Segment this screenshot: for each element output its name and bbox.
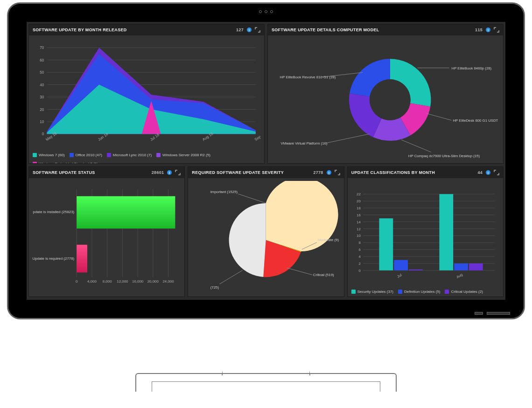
info-icon[interactable]: i bbox=[246, 27, 252, 33]
y-tick: 40 bbox=[40, 83, 44, 87]
legend: Windows 7 (60) Office 2010 (47) Microsof… bbox=[29, 151, 264, 164]
slice-label: VMware Virtual Platform (16) bbox=[281, 141, 328, 145]
panel-updates-by-month: SOFTWARE UPDATE BY MONTH RELEASED 127 i bbox=[28, 24, 265, 164]
svg-text:6: 6 bbox=[358, 248, 361, 252]
svg-rect-68 bbox=[439, 194, 453, 270]
monitor-frame: SOFTWARE UPDATE BY MONTH RELEASED 127 i bbox=[7, 2, 525, 319]
svg-text:12: 12 bbox=[357, 227, 361, 231]
slice-label: HP Compaq dc7900 Ultra-Slim Desktop (15) bbox=[408, 154, 480, 158]
svg-rect-69 bbox=[454, 263, 468, 270]
svg-rect-67 bbox=[409, 270, 423, 270]
grouped-bar-chart: 0 2 4 6 8 10 12 14 16 18 20 22 bbox=[348, 178, 503, 288]
x-tick: 16,000 bbox=[132, 279, 144, 284]
info-icon[interactable]: i bbox=[485, 27, 491, 33]
slice-label: HP EliteDesk 800 G1 USDT (14) bbox=[453, 118, 499, 123]
slice-label: Critical (519) bbox=[313, 273, 334, 277]
svg-text:i: i bbox=[488, 171, 489, 175]
x-tick: 4,000 bbox=[87, 279, 97, 284]
panel-count: 115 bbox=[475, 28, 483, 32]
svg-text:22: 22 bbox=[357, 192, 361, 196]
dashboard-screen: SOFTWARE UPDATE BY MONTH RELEASED 127 i bbox=[27, 22, 505, 300]
legend: Security Updates (37) Definition Updates… bbox=[348, 288, 503, 297]
panel-title: SOFTWARE UPDATE DETAILS COMPUTER MODEL bbox=[272, 28, 379, 32]
panel-count: 127 bbox=[236, 28, 244, 32]
svg-text:14: 14 bbox=[357, 220, 361, 224]
panel-severity: REQUIRED SOFTWARE UPDATE SEVERITY 2778 i bbox=[188, 166, 344, 297]
y-tick: 50 bbox=[40, 70, 44, 75]
legend-label: Office 2010 (47) bbox=[76, 153, 102, 157]
slice-label: HP EliteBook 8460p (28) bbox=[452, 66, 492, 70]
legend-label: Windows 7 (60) bbox=[39, 153, 65, 157]
svg-rect-66 bbox=[394, 260, 408, 270]
svg-text:Aug: Aug bbox=[455, 272, 463, 279]
x-tick: 0 bbox=[76, 279, 78, 284]
x-tick: 12,000 bbox=[117, 279, 128, 284]
svg-text:16: 16 bbox=[357, 213, 361, 217]
svg-rect-32 bbox=[77, 245, 87, 272]
svg-line-19 bbox=[326, 134, 370, 143]
panel-count: 44 bbox=[477, 170, 483, 175]
legend-label: Windows Server 2008 R2 (5) bbox=[162, 153, 210, 157]
svg-line-35 bbox=[238, 194, 266, 203]
svg-point-16 bbox=[370, 79, 411, 120]
panel-count: 2778 bbox=[313, 170, 323, 175]
svg-text:8: 8 bbox=[358, 241, 361, 245]
svg-text:18: 18 bbox=[357, 206, 361, 210]
expand-icon[interactable] bbox=[494, 170, 499, 175]
bar-label: Update is installed (25823) bbox=[33, 210, 75, 214]
expand-icon[interactable] bbox=[175, 170, 181, 175]
svg-text:i: i bbox=[249, 28, 250, 32]
y-tick: 30 bbox=[40, 95, 44, 99]
slice-label: Moderate (9) bbox=[318, 238, 339, 242]
panel-classifications: UPDATE CLASSIFICATIONS BY MONTH 44 i bbox=[347, 166, 504, 297]
legend-label: Definition Updates (5) bbox=[404, 290, 440, 294]
svg-line-37 bbox=[287, 268, 313, 275]
expand-icon[interactable] bbox=[494, 27, 499, 33]
donut-chart: HP EliteBook 8460p (28) HP EliteBook Rev… bbox=[268, 35, 503, 163]
expand-icon[interactable] bbox=[335, 170, 340, 175]
panel-header: SOFTWARE UPDATE DETAILS COMPUTER MODEL 1… bbox=[268, 24, 503, 35]
x-tick: 24,000 bbox=[162, 279, 174, 284]
svg-text:2: 2 bbox=[358, 262, 360, 266]
svg-text:10: 10 bbox=[357, 234, 361, 238]
svg-text:0: 0 bbox=[358, 269, 361, 273]
panel-computer-model: SOFTWARE UPDATE DETAILS COMPUTER MODEL 1… bbox=[267, 24, 504, 164]
panel-title: UPDATE CLASSIFICATIONS BY MONTH bbox=[351, 170, 435, 175]
svg-line-38 bbox=[220, 270, 243, 284]
svg-text:4: 4 bbox=[358, 255, 361, 259]
svg-line-20 bbox=[401, 140, 431, 152]
panel-update-status: SOFTWARE UPDATE STATUS 28601 i bbox=[28, 166, 185, 297]
info-icon[interactable]: i bbox=[326, 170, 332, 175]
monitor-stand-base-inner bbox=[152, 381, 380, 392]
info-icon[interactable]: i bbox=[485, 170, 491, 175]
svg-rect-70 bbox=[469, 263, 483, 270]
legend-label: Windows Embedded Standard 7 (5) bbox=[39, 162, 98, 164]
x-tick: 20,000 bbox=[147, 279, 159, 284]
svg-text:i: i bbox=[328, 171, 329, 175]
pie-chart: Important (1525) Moderate (9) Critical (… bbox=[188, 178, 343, 297]
area-chart: 0 10 20 30 40 50 60 70 bbox=[29, 35, 264, 151]
info-icon[interactable]: i bbox=[167, 170, 172, 175]
svg-text:i: i bbox=[488, 28, 489, 32]
svg-text:i: i bbox=[169, 171, 170, 175]
panel-title: REQUIRED SOFTWARE UPDATE SEVERITY bbox=[192, 170, 284, 175]
svg-text:Jul: Jul bbox=[396, 273, 402, 279]
svg-rect-31 bbox=[77, 196, 175, 228]
camera-dots bbox=[259, 10, 273, 13]
bar-label: Update is required (2778) bbox=[33, 256, 75, 261]
slice-label: Important (1525) bbox=[210, 190, 238, 194]
panel-title: SOFTWARE UPDATE BY MONTH RELEASED bbox=[33, 28, 127, 32]
slice-label: (725) bbox=[210, 285, 219, 290]
slice-label: HP EliteBook Revolve 810 G1 (28) bbox=[280, 75, 336, 79]
panel-header: SOFTWARE UPDATE BY MONTH RELEASED 127 i bbox=[29, 24, 264, 35]
y-tick: 20 bbox=[40, 108, 44, 112]
bezel-buttons bbox=[475, 312, 510, 315]
svg-text:20: 20 bbox=[357, 199, 361, 203]
y-tick: 10 bbox=[40, 120, 44, 124]
monitor-stand-neck bbox=[222, 319, 310, 375]
svg-line-21 bbox=[427, 113, 452, 120]
legend-label: Critical Updates (2) bbox=[451, 290, 483, 294]
svg-rect-65 bbox=[379, 218, 393, 270]
expand-icon[interactable] bbox=[255, 27, 260, 33]
panel-count: 28601 bbox=[152, 170, 164, 175]
